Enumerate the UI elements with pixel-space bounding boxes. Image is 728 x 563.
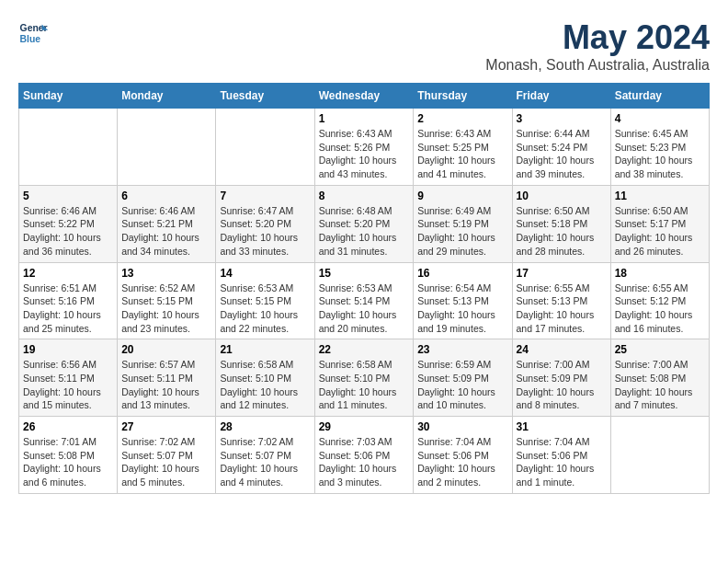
day-info: Sunrise: 6:56 AM Sunset: 5:11 PM Dayligh… bbox=[23, 358, 113, 412]
calendar-cell bbox=[19, 109, 118, 186]
day-info: Sunrise: 6:55 AM Sunset: 5:13 PM Dayligh… bbox=[517, 282, 607, 336]
day-info: Sunrise: 6:58 AM Sunset: 5:10 PM Dayligh… bbox=[319, 358, 410, 412]
calendar-cell: 25Sunrise: 7:00 AM Sunset: 5:08 PM Dayli… bbox=[610, 339, 709, 417]
day-number: 29 bbox=[319, 420, 410, 433]
day-info: Sunrise: 6:50 AM Sunset: 5:17 PM Dayligh… bbox=[615, 204, 705, 259]
day-number: 17 bbox=[517, 267, 607, 280]
day-number: 18 bbox=[615, 267, 705, 280]
calendar-table: SundayMondayTuesdayWednesdayThursdayFrid… bbox=[18, 83, 710, 494]
calendar-cell bbox=[118, 109, 216, 186]
calendar-cell: 31Sunrise: 7:04 AM Sunset: 5:06 PM Dayli… bbox=[512, 417, 610, 494]
calendar-cell: 15Sunrise: 6:53 AM Sunset: 5:14 PM Dayli… bbox=[314, 262, 414, 339]
week-row-1: 1Sunrise: 6:43 AM Sunset: 5:26 PM Daylig… bbox=[19, 109, 710, 186]
day-number: 27 bbox=[121, 420, 211, 433]
day-number: 6 bbox=[121, 190, 211, 202]
day-info: Sunrise: 6:52 AM Sunset: 5:15 PM Dayligh… bbox=[121, 282, 211, 336]
day-info: Sunrise: 6:50 AM Sunset: 5:18 PM Dayligh… bbox=[517, 204, 607, 259]
day-info: Sunrise: 7:02 AM Sunset: 5:07 PM Dayligh… bbox=[220, 435, 310, 489]
calendar-cell: 5Sunrise: 6:46 AM Sunset: 5:22 PM Daylig… bbox=[19, 185, 118, 262]
week-row-5: 26Sunrise: 7:01 AM Sunset: 5:08 PM Dayli… bbox=[19, 417, 710, 494]
calendar-cell: 7Sunrise: 6:47 AM Sunset: 5:20 PM Daylig… bbox=[216, 185, 314, 262]
day-info: Sunrise: 7:02 AM Sunset: 5:07 PM Dayligh… bbox=[121, 435, 211, 489]
day-number: 28 bbox=[220, 420, 310, 433]
calendar-cell bbox=[216, 109, 314, 186]
calendar-cell: 19Sunrise: 6:56 AM Sunset: 5:11 PM Dayli… bbox=[19, 339, 118, 417]
day-number: 4 bbox=[615, 112, 705, 125]
day-number: 2 bbox=[417, 112, 507, 125]
calendar-cell: 17Sunrise: 6:55 AM Sunset: 5:13 PM Dayli… bbox=[512, 262, 610, 339]
day-info: Sunrise: 6:53 AM Sunset: 5:14 PM Dayligh… bbox=[319, 282, 410, 336]
weekday-header-saturday: Saturday bbox=[610, 84, 709, 109]
day-number: 21 bbox=[220, 343, 310, 356]
day-number: 1 bbox=[319, 112, 410, 125]
day-number: 7 bbox=[220, 190, 310, 202]
week-row-3: 12Sunrise: 6:51 AM Sunset: 5:16 PM Dayli… bbox=[19, 262, 710, 339]
calendar-cell: 2Sunrise: 6:43 AM Sunset: 5:25 PM Daylig… bbox=[414, 109, 512, 186]
calendar-cell: 22Sunrise: 6:58 AM Sunset: 5:10 PM Dayli… bbox=[314, 339, 414, 417]
calendar-cell: 26Sunrise: 7:01 AM Sunset: 5:08 PM Dayli… bbox=[19, 417, 118, 494]
calendar-cell: 29Sunrise: 7:03 AM Sunset: 5:06 PM Dayli… bbox=[314, 417, 414, 494]
day-info: Sunrise: 6:49 AM Sunset: 5:19 PM Dayligh… bbox=[417, 204, 507, 259]
calendar-cell: 11Sunrise: 6:50 AM Sunset: 5:17 PM Dayli… bbox=[610, 185, 709, 262]
day-info: Sunrise: 6:51 AM Sunset: 5:16 PM Dayligh… bbox=[23, 282, 113, 336]
weekday-header-tuesday: Tuesday bbox=[216, 84, 314, 109]
day-info: Sunrise: 6:54 AM Sunset: 5:13 PM Dayligh… bbox=[417, 282, 507, 336]
week-row-4: 19Sunrise: 6:56 AM Sunset: 5:11 PM Dayli… bbox=[19, 339, 710, 417]
calendar-cell: 23Sunrise: 6:59 AM Sunset: 5:09 PM Dayli… bbox=[414, 339, 512, 417]
day-number: 19 bbox=[23, 343, 113, 356]
calendar-cell: 14Sunrise: 6:53 AM Sunset: 5:15 PM Dayli… bbox=[216, 262, 314, 339]
day-number: 25 bbox=[615, 343, 705, 356]
svg-text:Blue: Blue bbox=[20, 34, 41, 44]
weekday-header-monday: Monday bbox=[118, 84, 216, 109]
day-info: Sunrise: 6:57 AM Sunset: 5:11 PM Dayligh… bbox=[121, 358, 211, 412]
day-info: Sunrise: 6:46 AM Sunset: 5:21 PM Dayligh… bbox=[121, 204, 211, 259]
day-number: 16 bbox=[417, 267, 507, 280]
day-info: Sunrise: 7:00 AM Sunset: 5:09 PM Dayligh… bbox=[517, 358, 607, 412]
calendar-cell: 28Sunrise: 7:02 AM Sunset: 5:07 PM Dayli… bbox=[216, 417, 314, 494]
weekday-header-row: SundayMondayTuesdayWednesdayThursdayFrid… bbox=[19, 84, 710, 109]
day-number: 23 bbox=[417, 343, 507, 356]
day-info: Sunrise: 6:47 AM Sunset: 5:20 PM Dayligh… bbox=[220, 204, 310, 259]
day-number: 15 bbox=[319, 267, 410, 280]
day-info: Sunrise: 7:04 AM Sunset: 5:06 PM Dayligh… bbox=[417, 435, 507, 489]
day-number: 5 bbox=[23, 190, 113, 202]
day-number: 12 bbox=[23, 267, 113, 280]
calendar-cell bbox=[610, 417, 709, 494]
logo-icon: General Blue bbox=[18, 18, 48, 48]
day-number: 24 bbox=[517, 343, 607, 356]
calendar-cell: 30Sunrise: 7:04 AM Sunset: 5:06 PM Dayli… bbox=[414, 417, 512, 494]
weekday-header-wednesday: Wednesday bbox=[314, 84, 414, 109]
main-title: May 2024 bbox=[485, 18, 710, 57]
weekday-header-sunday: Sunday bbox=[19, 84, 118, 109]
calendar-cell: 21Sunrise: 6:58 AM Sunset: 5:10 PM Dayli… bbox=[216, 339, 314, 417]
calendar-cell: 3Sunrise: 6:44 AM Sunset: 5:24 PM Daylig… bbox=[512, 109, 610, 186]
day-info: Sunrise: 7:04 AM Sunset: 5:06 PM Dayligh… bbox=[517, 435, 607, 489]
day-number: 10 bbox=[517, 190, 607, 202]
calendar-cell: 10Sunrise: 6:50 AM Sunset: 5:18 PM Dayli… bbox=[512, 185, 610, 262]
day-info: Sunrise: 6:44 AM Sunset: 5:24 PM Dayligh… bbox=[517, 127, 607, 181]
calendar-cell: 9Sunrise: 6:49 AM Sunset: 5:19 PM Daylig… bbox=[414, 185, 512, 262]
day-info: Sunrise: 6:53 AM Sunset: 5:15 PM Dayligh… bbox=[220, 282, 310, 336]
calendar-cell: 6Sunrise: 6:46 AM Sunset: 5:21 PM Daylig… bbox=[118, 185, 216, 262]
day-number: 3 bbox=[517, 112, 607, 125]
calendar-cell: 27Sunrise: 7:02 AM Sunset: 5:07 PM Dayli… bbox=[118, 417, 216, 494]
calendar-cell: 16Sunrise: 6:54 AM Sunset: 5:13 PM Dayli… bbox=[414, 262, 512, 339]
week-row-2: 5Sunrise: 6:46 AM Sunset: 5:22 PM Daylig… bbox=[19, 185, 710, 262]
day-number: 22 bbox=[319, 343, 410, 356]
day-number: 20 bbox=[121, 343, 211, 356]
subtitle: Monash, South Australia, Australia bbox=[485, 57, 710, 74]
day-info: Sunrise: 6:58 AM Sunset: 5:10 PM Dayligh… bbox=[220, 358, 310, 412]
calendar-cell: 20Sunrise: 6:57 AM Sunset: 5:11 PM Dayli… bbox=[118, 339, 216, 417]
header: General Blue May 2024 Monash, South Aust… bbox=[18, 18, 710, 74]
day-info: Sunrise: 6:48 AM Sunset: 5:20 PM Dayligh… bbox=[319, 204, 410, 259]
day-info: Sunrise: 6:46 AM Sunset: 5:22 PM Dayligh… bbox=[23, 204, 113, 259]
day-info: Sunrise: 7:01 AM Sunset: 5:08 PM Dayligh… bbox=[23, 435, 113, 489]
day-info: Sunrise: 6:55 AM Sunset: 5:12 PM Dayligh… bbox=[615, 282, 705, 336]
day-info: Sunrise: 6:43 AM Sunset: 5:25 PM Dayligh… bbox=[417, 127, 507, 181]
calendar-cell: 13Sunrise: 6:52 AM Sunset: 5:15 PM Dayli… bbox=[118, 262, 216, 339]
calendar-cell: 4Sunrise: 6:45 AM Sunset: 5:23 PM Daylig… bbox=[610, 109, 709, 186]
day-number: 14 bbox=[220, 267, 310, 280]
title-area: May 2024 Monash, South Australia, Austra… bbox=[485, 18, 710, 74]
day-number: 13 bbox=[121, 267, 211, 280]
calendar-cell: 12Sunrise: 6:51 AM Sunset: 5:16 PM Dayli… bbox=[19, 262, 118, 339]
